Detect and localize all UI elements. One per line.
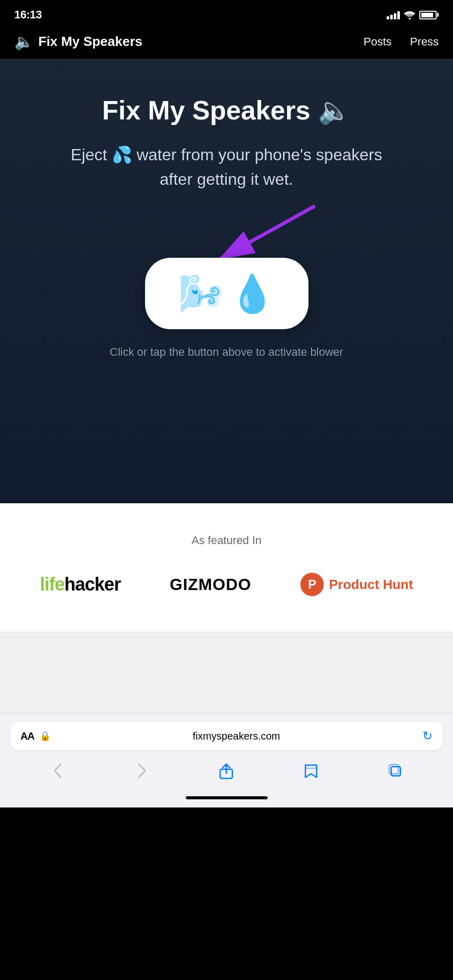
- safari-url-field[interactable]: fixmyspeakers.com: [56, 730, 417, 742]
- wifi-icon: [404, 11, 415, 19]
- status-icons: [387, 10, 439, 19]
- svg-rect-5: [389, 765, 398, 774]
- battery-icon: [419, 11, 439, 19]
- wind-emoji: 🌬️: [178, 272, 224, 315]
- safari-forward-button[interactable]: [127, 760, 157, 782]
- droplets-emoji: 💧: [229, 272, 275, 315]
- safari-lock-icon: 🔒: [39, 730, 51, 742]
- home-bar: [186, 796, 268, 799]
- spacer-section: [0, 632, 453, 714]
- brand-logo: 🔈 Fix My Speakers: [14, 33, 142, 51]
- brand-name: Fix My Speakers: [38, 34, 142, 50]
- safari-bookmarks-button[interactable]: [296, 760, 326, 782]
- hero-section: Fix My Speakers 🔈 Eject 💦 water from you…: [0, 59, 453, 503]
- svg-rect-4: [391, 767, 400, 776]
- brand-icon: 🔈: [14, 33, 33, 51]
- svg-point-0: [409, 18, 411, 19]
- status-time: 16:13: [14, 8, 42, 21]
- lifehacker-life: life: [40, 574, 64, 595]
- safari-tabs-button[interactable]: [380, 760, 411, 782]
- featured-title: As featured In: [20, 534, 433, 547]
- safari-reload-button[interactable]: ↻: [422, 729, 433, 743]
- status-bar: 16:13: [0, 0, 453, 28]
- hero-title: Fix My Speakers 🔈: [102, 95, 351, 126]
- svg-line-2: [222, 207, 314, 258]
- ph-circle: P: [300, 573, 324, 596]
- nav-bar: 🔈 Fix My Speakers Posts Press: [0, 28, 453, 59]
- ph-text: Product Hunt: [329, 577, 413, 593]
- eject-button[interactable]: 🌬️ 💧: [145, 258, 308, 329]
- safari-share-button[interactable]: [211, 760, 242, 782]
- safari-toolbar: [10, 750, 443, 787]
- safari-bottom: AA 🔒 fixmyspeakers.com ↻: [0, 714, 453, 792]
- nav-links: Posts Press: [364, 35, 439, 48]
- producthunt-logo: P Product Hunt: [300, 573, 413, 596]
- hero-subtitle: Eject 💦 water from your phone's speakers…: [68, 142, 385, 191]
- safari-aa-button[interactable]: AA: [20, 730, 34, 742]
- safari-url-bar[interactable]: AA 🔒 fixmyspeakers.com ↻: [10, 722, 443, 750]
- nav-posts-link[interactable]: Posts: [364, 35, 392, 48]
- button-hint: Click or tap the button above to activat…: [110, 346, 343, 359]
- featured-logos: lifehacker GIZMODO P Product Hunt: [20, 573, 433, 596]
- nav-press-link[interactable]: Press: [410, 35, 439, 48]
- signal-icon: [387, 10, 400, 19]
- safari-back-button[interactable]: [42, 760, 73, 782]
- gizmodo-logo: GIZMODO: [170, 575, 251, 594]
- lifehacker-hacker: hacker: [64, 574, 121, 595]
- featured-section: As featured In lifehacker GIZMODO P Prod…: [0, 503, 453, 632]
- home-indicator: [0, 792, 453, 807]
- lifehacker-logo: lifehacker: [40, 574, 121, 595]
